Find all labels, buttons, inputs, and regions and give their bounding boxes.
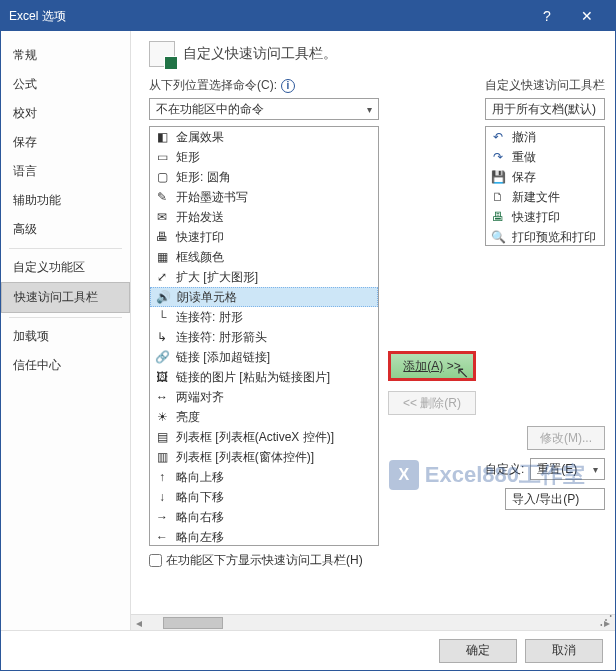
command-label: 略向右移 [176,509,224,526]
qat-item-icon: 🔍 [490,229,506,245]
command-label: 链接的图片 [粘贴为链接图片] [176,369,330,386]
qat-item-icon: 🖶 [490,209,506,225]
command-item[interactable]: ✉开始发送 [150,207,378,227]
remove-button[interactable]: << 删除(R) [388,391,476,415]
choose-commands-label: 从下列位置选择命令(C): i [149,77,379,94]
command-icon: ☀ [154,409,170,425]
qat-item[interactable]: 💾保存 [486,167,604,187]
sidebar-item-accessibility[interactable]: 辅助功能 [1,186,130,215]
qat-item-label: 打印预览和打印 [512,229,596,246]
command-item[interactable]: →略向右移 [150,507,378,527]
command-item[interactable]: 🖶快速打印 [150,227,378,247]
command-label: 框线颜色 [176,249,224,266]
command-icon: 🔗 [154,349,170,365]
qat-item[interactable]: ↷重做 [486,147,604,167]
command-icon: ⤢ [154,269,170,285]
command-icon: ↳ [154,329,170,345]
qat-item[interactable]: 🖶快速打印 [486,207,604,227]
show-below-ribbon-checkbox[interactable]: 在功能区下方显示快速访问工具栏(H) [149,552,379,569]
command-label: 开始墨迹书写 [176,189,248,206]
sidebar-item-trust-center[interactable]: 信任中心 [1,351,130,380]
page-title: 自定义快速访问工具栏。 [183,45,337,63]
info-icon[interactable]: i [281,79,295,93]
sidebar-item-save[interactable]: 保存 [1,128,130,157]
excel-options-dialog: Excel 选项 ? ✕ 常规 公式 校对 保存 语言 辅助功能 高级 自定义功… [0,0,616,671]
command-label: 略向上移 [176,469,224,486]
command-item[interactable]: ⤢扩大 [扩大图形] [150,267,378,287]
cancel-button[interactable]: 取消 [525,639,603,663]
command-label: 链接 [添加超链接] [176,349,270,366]
command-label: 两端对齐 [176,389,224,406]
help-button[interactable]: ? [527,1,567,31]
command-label: 金属效果 [176,129,224,146]
qat-item-icon: ↶ [490,129,506,145]
titlebar: Excel 选项 ? ✕ [1,1,615,31]
sidebar-item-general[interactable]: 常规 [1,41,130,70]
command-icon: ◧ [154,129,170,145]
sidebar-item-advanced[interactable]: 高级 [1,215,130,244]
add-button[interactable]: 添加(A) >> ↖ [388,351,476,381]
import-export-dropdown[interactable]: 导入/导出(P) [505,488,605,510]
command-item[interactable]: ▦框线颜色 [150,247,378,267]
command-item[interactable]: ↓略向下移 [150,487,378,507]
qat-item[interactable]: ↶撤消 [486,127,604,147]
sidebar-item-customize-ribbon[interactable]: 自定义功能区 [1,253,130,282]
customize-qat-dropdown[interactable]: 用于所有文档(默认) [485,98,605,120]
qat-item[interactable]: 🔍打印预览和打印 [486,227,604,245]
command-label: 列表框 [列表框(ActiveX 控件)] [176,429,334,446]
show-below-ribbon-input[interactable] [149,554,162,567]
modify-button[interactable]: 修改(M)... [527,426,605,450]
command-icon: ▢ [154,169,170,185]
command-icon: ✎ [154,189,170,205]
command-item[interactable]: ◧金属效果 [150,127,378,147]
sidebar-item-addins[interactable]: 加载项 [1,322,130,351]
commands-column: 从下列位置选择命令(C): i 不在功能区中的命令 ▾ ◧金属效果▭矩形▢矩形:… [149,77,379,569]
command-item[interactable]: ▤列表框 [列表框(ActiveX 控件)] [150,427,378,447]
qat-commands-listbox[interactable]: ↶撤消↷重做💾保存🗋新建文件🖶快速打印🔍打印预览和打印 [485,126,605,246]
command-item[interactable]: ▥列表框 [列表框(窗体控件)] [150,447,378,467]
sidebar-item-proofing[interactable]: 校对 [1,99,130,128]
window-title: Excel 选项 [9,8,527,25]
command-item[interactable]: ▭矩形 [150,147,378,167]
available-commands-listbox[interactable]: ◧金属效果▭矩形▢矩形: 圆角✎开始墨迹书写✉开始发送🖶快速打印▦框线颜色⤢扩大… [149,126,379,546]
command-item[interactable]: ☀亮度 [150,407,378,427]
command-item[interactable]: 🖼链接的图片 [粘贴为链接图片] [150,367,378,387]
horizontal-scrollbar[interactable]: ◂ ▸ [131,614,615,630]
command-label: 略向下移 [176,489,224,506]
customize-reset-row: 自定义: 重置(E) ▾ [485,458,605,480]
command-item[interactable]: ↳连接符: 肘形箭头 [150,327,378,347]
command-icon: ▤ [154,429,170,445]
close-button[interactable]: ✕ [567,1,607,31]
command-item[interactable]: ↑略向上移 [150,467,378,487]
sidebar-separator [9,317,122,318]
page-header: 自定义快速访问工具栏。 [149,41,605,67]
command-item[interactable]: ←略向左移 [150,527,378,545]
qat-item[interactable]: 🗋新建文件 [486,187,604,207]
command-icon: ▭ [154,149,170,165]
command-icon: ↑ [154,469,170,485]
scrollbar-thumb[interactable] [163,617,223,629]
command-item[interactable]: ✎开始墨迹书写 [150,187,378,207]
command-item[interactable]: ↔两端对齐 [150,387,378,407]
command-icon: ← [154,529,170,545]
sidebar-item-quick-access-toolbar[interactable]: 快速访问工具栏 [1,282,130,313]
dialog-footer: 确定 取消 [1,630,615,670]
sidebar-item-language[interactable]: 语言 [1,157,130,186]
command-label: 略向左移 [176,529,224,546]
command-icon: 🖶 [154,229,170,245]
command-icon: ▦ [154,249,170,265]
choose-commands-dropdown[interactable]: 不在功能区中的命令 ▾ [149,98,379,120]
command-item[interactable]: └连接符: 肘形 [150,307,378,327]
command-icon: 🔊 [155,289,171,305]
qat-column: 自定义快速访问工具栏 用于所有文档(默认) ↶撤消↷重做💾保存🗋新建文件🖶快速打… [485,77,605,569]
transfer-buttons-column: 添加(A) >> ↖ << 删除(R) [387,77,477,569]
command-item[interactable]: 🔗链接 [添加超链接] [150,347,378,367]
command-icon: → [154,509,170,525]
command-label: 连接符: 肘形箭头 [176,329,267,346]
command-item[interactable]: 🔊朗读单元格 [150,287,378,307]
command-item[interactable]: ▢矩形: 圆角 [150,167,378,187]
sidebar-item-formulas[interactable]: 公式 [1,70,130,99]
command-label: 开始发送 [176,209,224,226]
reset-dropdown[interactable]: 重置(E) ▾ [530,458,605,480]
ok-button[interactable]: 确定 [439,639,517,663]
